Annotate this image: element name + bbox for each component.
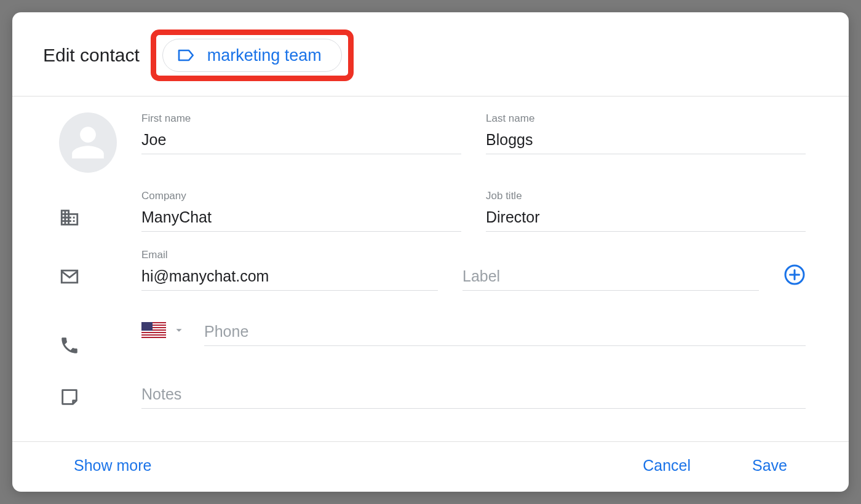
phone-icon xyxy=(59,335,80,356)
dialog-content: First name Last name Company xyxy=(12,96,849,441)
phone-row xyxy=(55,318,806,356)
add-circle-icon xyxy=(784,264,806,286)
label-chip-text: marketing team xyxy=(207,46,322,65)
company-label: Company xyxy=(141,190,461,202)
label-chip[interactable]: marketing team xyxy=(162,39,342,72)
notes-row xyxy=(55,383,806,409)
email-label: Email xyxy=(141,249,438,261)
label-icon xyxy=(177,45,196,65)
chevron-down-icon xyxy=(172,323,186,337)
last-name-label: Last name xyxy=(486,112,806,125)
last-name-field[interactable] xyxy=(486,128,806,154)
name-row: First name Last name xyxy=(55,112,806,173)
note-icon xyxy=(59,387,80,408)
email-row: Email xyxy=(55,249,806,291)
first-name-field[interactable] xyxy=(141,128,461,154)
dialog-title: Edit contact xyxy=(43,45,140,66)
email-label-field-label xyxy=(462,249,759,261)
annotation-highlight: marketing team xyxy=(151,30,354,81)
person-icon xyxy=(69,124,107,162)
avatar-placeholder[interactable] xyxy=(59,112,117,173)
email-field-wrapper: Email xyxy=(141,249,438,291)
job-title-label: Job title xyxy=(486,190,806,202)
avatar-cell xyxy=(55,112,117,173)
dialog-header: Edit contact marketing team xyxy=(12,12,849,96)
company-field[interactable] xyxy=(141,206,461,232)
company-icon xyxy=(59,207,80,228)
company-field-wrapper: Company xyxy=(141,190,461,232)
company-row: Company Job title xyxy=(55,190,806,232)
email-label-field[interactable] xyxy=(462,265,759,291)
email-icon xyxy=(59,266,80,287)
add-email-button[interactable] xyxy=(784,264,806,291)
notes-field[interactable] xyxy=(141,383,806,409)
edit-contact-dialog: Edit contact marketing team First name xyxy=(12,12,849,492)
last-name-field-wrapper: Last name xyxy=(486,112,806,154)
job-title-field[interactable] xyxy=(486,206,806,232)
first-name-label: First name xyxy=(141,112,461,125)
first-name-field-wrapper: First name xyxy=(141,112,461,154)
save-button[interactable]: Save xyxy=(752,457,787,474)
phone-field[interactable] xyxy=(204,318,806,346)
dialog-footer: Show more Cancel Save xyxy=(12,441,849,492)
email-label-field-wrapper xyxy=(462,249,759,291)
cancel-button[interactable]: Cancel xyxy=(643,457,691,474)
country-selector[interactable] xyxy=(141,322,186,342)
email-field[interactable] xyxy=(141,265,438,291)
job-title-field-wrapper: Job title xyxy=(486,190,806,232)
us-flag-icon xyxy=(141,322,166,338)
show-more-button[interactable]: Show more xyxy=(74,457,151,474)
